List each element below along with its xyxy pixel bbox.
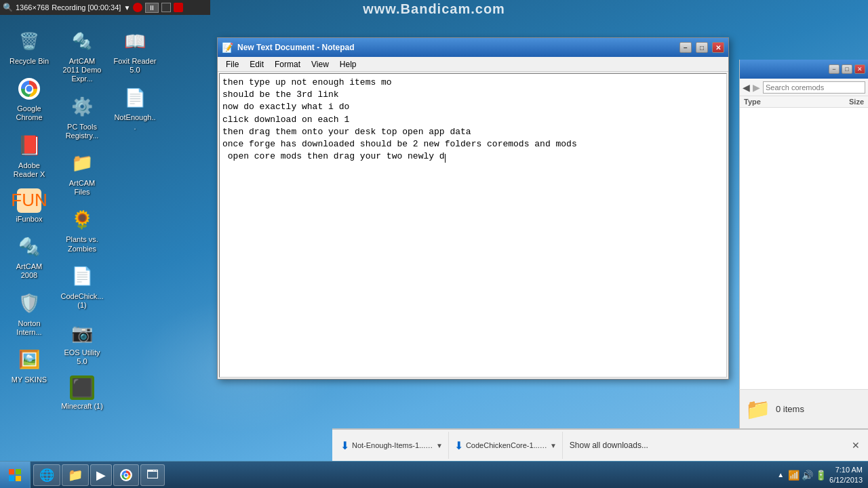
desktop-icon-artcam2011[interactable]: 🔩 ArtCAM 2011 Demo Expr... — [58, 26, 106, 86]
svg-rect-6 — [16, 476, 21, 481]
desktop-icon-norton[interactable]: 🛡️ Norton Intern... — [5, 288, 53, 339]
back-icon[interactable]: ◀ — [743, 82, 750, 93]
taskbar-chrome-btn[interactable] — [113, 464, 139, 486]
svg-rect-4 — [16, 469, 21, 474]
notepad-close-btn[interactable]: ✕ — [712, 42, 724, 53]
myskins-icon: 🖼️ — [16, 346, 43, 373]
download-bar: ⬇ Not-Enough-Items-1....jar ▼ ⬇ CodeChic… — [332, 428, 868, 461]
notepad-maximize-btn[interactable]: □ — [696, 42, 708, 53]
clock-time: 7:10 AM — [829, 465, 863, 474]
menu-format[interactable]: Format — [269, 58, 306, 70]
download-filename-1: Not-Enough-Items-1....jar — [352, 441, 433, 449]
notepad-title: New Text Document - Notepad — [237, 43, 675, 52]
desktop-icon-foxit[interactable]: 📖 Foxit Reader 5.0 — [111, 26, 159, 77]
codechicken-icon: 📄 — [68, 263, 96, 290]
desktop-icon-eos[interactable]: 📷 EOS Utility 5.0 — [58, 317, 106, 368]
network-tray-icon: 📶 — [788, 470, 800, 481]
desktop-icon-ifunbox[interactable]: FUN iFunbox — [5, 186, 53, 226]
adobe-reader-label: Adobe Reader X — [7, 161, 51, 179]
desktop-icon-artcam-files[interactable]: 📁 ArtCAM Files — [58, 148, 106, 199]
download-item-1[interactable]: ⬇ Not-Enough-Items-1....jar ▼ — [335, 432, 449, 459]
desktop-icon-minecraft[interactable]: ⬛ Minecraft (1) — [58, 373, 106, 413]
menu-help[interactable]: Help — [334, 58, 362, 70]
download-icon-1: ⬇ — [340, 439, 349, 452]
svg-rect-5 — [9, 476, 14, 481]
rec-pause-btn[interactable]: ⏸ — [145, 3, 159, 13]
recording-status: Recording [00:00:34] — [52, 3, 121, 12]
desktop-icon-pctools[interactable]: ⚙️ PC Tools Registry... — [58, 92, 106, 142]
desktop-icon-google-chrome[interactable]: Google Chrome — [5, 73, 53, 124]
pctools-icon: ⚙️ — [68, 94, 96, 121]
system-clock[interactable]: 7:10 AM 6/12/2013 — [829, 465, 863, 485]
explorer-maximize-btn[interactable]: □ — [842, 64, 852, 74]
recycle-bin-icon: 🗑️ — [16, 28, 43, 55]
explorer-column-headers: Type Size — [740, 96, 868, 108]
download-icon-2: ⬇ — [454, 439, 463, 452]
notepad-titlebar: 📝 New Text Document - Notepad − □ ✕ — [218, 38, 728, 57]
plants-label: Plants vs. Zombies — [60, 235, 104, 253]
artcam2011-icon: 🔩 — [68, 28, 96, 55]
adobe-reader-icon: 📕 — [16, 132, 43, 159]
ifunbox-label: iFunbox — [16, 215, 42, 224]
desktop-icon-not-enough[interactable]: 📄 NotEnough... — [111, 82, 159, 133]
taskbar: 🌐 📁 ▶ 🗔 — [0, 461, 868, 488]
desktop: www.Bandicam.com 🔍 1366×768 Recording [0… — [0, 0, 868, 488]
minecraft-label: Minecraft (1) — [61, 402, 103, 411]
desktop-icon-myskins[interactable]: 🖼️ MY SKINS — [5, 344, 53, 386]
download-item-2[interactable]: ⬇ CodeChickenCore-1....jar ▼ — [449, 432, 563, 459]
tray-icons: 📶 🔊 🔋 — [788, 470, 827, 481]
bandicam-watermark: www.Bandicam.com — [357, 0, 511, 18]
explorer-minimize-btn[interactable]: − — [829, 64, 840, 74]
foxit-icon: 📖 — [121, 28, 149, 55]
minecraft-icon: ⬛ — [70, 375, 94, 400]
explorer-status-bar: 📁 0 items — [739, 389, 868, 428]
dropdown-arrow[interactable]: ▼ — [123, 4, 130, 12]
forward-icon[interactable]: ▶ — [753, 82, 760, 93]
notepad-window: 📝 New Text Document - Notepad − □ ✕ File… — [217, 37, 729, 380]
desktop-icons: 🗑️ Recycle Bin Google Chrome 📕 Ad — [0, 20, 142, 454]
type-column-header: Type — [744, 98, 823, 106]
desktop-icon-adobe-reader[interactable]: 📕 Adobe Reader X — [5, 130, 53, 181]
taskbar-ie-btn[interactable]: 🌐 — [33, 464, 60, 486]
start-button[interactable] — [0, 462, 31, 489]
recycle-bin-label: Recycle Bin — [9, 57, 49, 66]
desktop-icon-codechicken[interactable]: 📄 CodeChick... (1) — [58, 261, 106, 312]
menu-edit[interactable]: Edit — [244, 58, 269, 70]
desktop-icon-recycle-bin[interactable]: 🗑️ Recycle Bin — [5, 26, 53, 68]
folder-icon: 📁 — [745, 397, 770, 421]
taskbar-media-btn[interactable]: ▶ — [90, 464, 112, 486]
taskbar-explorer2-btn[interactable]: 🗔 — [140, 464, 165, 486]
explorer-titlebar: − □ ✕ — [740, 60, 868, 79]
download-filename-2: CodeChickenCore-1....jar — [466, 441, 547, 449]
play-icon: ▶ — [96, 468, 106, 483]
rec-stop-btn[interactable] — [161, 3, 171, 12]
artcam2008-label: ArtCAM 2008 — [7, 262, 51, 280]
explorer-body — [740, 108, 868, 397]
desktop-icon-plants[interactable]: 🌻 Plants vs. Zombies — [58, 204, 106, 255]
menu-file[interactable]: File — [220, 58, 244, 70]
file-explorer-panel: − □ ✕ ◀ ▶ Type Size — [739, 60, 868, 397]
explorer-close-btn[interactable]: ✕ — [854, 64, 865, 74]
explorer-toolbar: ◀ ▶ — [740, 79, 868, 96]
download-arrow-1[interactable]: ▼ — [436, 442, 443, 449]
notepad-minimize-btn[interactable]: − — [679, 42, 692, 53]
close-download-bar-btn[interactable]: ✕ — [846, 437, 865, 453]
foxit-label: Foxit Reader 5.0 — [113, 57, 157, 75]
show-all-downloads-btn[interactable]: Show all downloads... — [563, 438, 655, 453]
menu-view[interactable]: View — [306, 58, 334, 70]
download-arrow-2[interactable]: ▼ — [550, 442, 557, 449]
not-enough-icon: 📄 — [121, 84, 149, 111]
norton-label: Norton Intern... — [7, 319, 51, 337]
taskbar-explorer-btn[interactable]: 📁 — [62, 464, 89, 486]
sound-tray-icon: 🔊 — [802, 470, 813, 481]
rec-dot — [133, 3, 142, 12]
google-chrome-icon — [16, 75, 43, 102]
desktop-icon-artcam2008[interactable]: 🔩 ArtCAM 2008 — [5, 231, 53, 282]
search-input[interactable] — [763, 81, 865, 94]
svg-point-2 — [26, 86, 33, 92]
rec-close-btn[interactable] — [174, 3, 183, 12]
ifunbox-icon: FUN — [17, 188, 41, 213]
tray-expand-btn[interactable]: ▲ — [776, 471, 785, 479]
explorer-taskbar-icon: 🗔 — [146, 468, 159, 482]
notepad-text-area[interactable]: then type up not enough items mo should … — [219, 73, 727, 378]
